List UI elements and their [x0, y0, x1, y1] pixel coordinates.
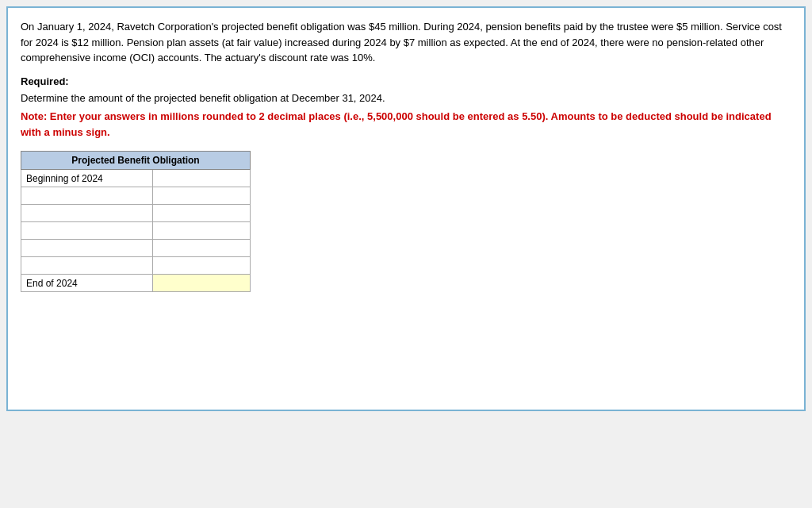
row-6-input[interactable]: [158, 260, 245, 271]
instruction-text: Determine the amount of the projected be…: [21, 90, 791, 106]
pbo-table: Projected Benefit Obligation Beginning o…: [21, 151, 251, 292]
note-text: Note: Enter your answers in millions rou…: [21, 109, 791, 140]
table-row: [21, 222, 251, 240]
row-2-label-input[interactable]: [26, 190, 147, 202]
row-4-input[interactable]: [158, 225, 245, 237]
row-4-label-input[interactable]: [26, 225, 147, 237]
row-3-label-input[interactable]: [26, 208, 147, 219]
required-label: Required:: [21, 75, 791, 87]
problem-paragraph: On January 1, 2024, Ravetch Corporation'…: [21, 19, 791, 66]
table-wrapper: Projected Benefit Obligation Beginning o…: [21, 151, 251, 292]
table-row: [21, 257, 251, 275]
row-5-label: [21, 240, 153, 257]
required-section: Required: Determine the amount of the pr…: [21, 75, 791, 140]
row-3-input[interactable]: [158, 208, 245, 219]
row-4-label: [21, 222, 153, 240]
table-header-cell: Projected Benefit Obligation: [21, 152, 251, 170]
end-value-cell[interactable]: [152, 275, 250, 292]
row-3-label: [21, 205, 153, 222]
table-row: [21, 187, 251, 205]
main-card: On January 1, 2024, Ravetch Corporation'…: [6, 6, 806, 411]
row-4-value[interactable]: [152, 222, 250, 240]
row-5-input[interactable]: [158, 243, 245, 254]
table-header-row: Projected Benefit Obligation: [21, 152, 251, 170]
row-6-label: [21, 257, 153, 275]
outer-container: On January 1, 2024, Ravetch Corporation'…: [0, 0, 812, 508]
row-2-input[interactable]: [158, 190, 245, 202]
row-2-label: [21, 187, 153, 205]
row-1-input[interactable]: [158, 173, 245, 184]
end-value-input[interactable]: [158, 278, 245, 289]
row-5-value[interactable]: [152, 240, 250, 257]
row-5-label-input[interactable]: [26, 243, 147, 254]
table-row: [21, 205, 251, 222]
end-row: End of 2024: [21, 275, 251, 292]
row-6-label-input[interactable]: [26, 260, 147, 271]
row-3-value[interactable]: [152, 205, 250, 222]
table-row: Beginning of 2024: [21, 170, 251, 187]
end-label-cell: End of 2024: [21, 275, 153, 292]
row-6-value[interactable]: [152, 257, 250, 275]
row-2-value[interactable]: [152, 187, 250, 205]
row-1-value[interactable]: [152, 170, 250, 187]
row-1-label: Beginning of 2024: [21, 170, 153, 187]
table-row: [21, 240, 251, 257]
